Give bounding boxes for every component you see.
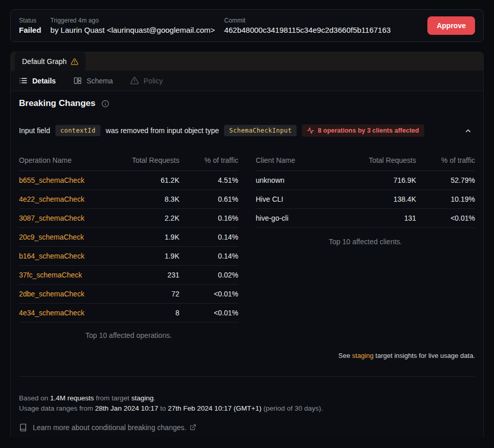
table-row: 20c9_schemaCheck 1.9K 0.14% — [19, 228, 238, 247]
page: Status Failed Triggered 4m ago by Laurin… — [0, 0, 494, 437]
requests-value: 8 — [108, 309, 179, 317]
list-icon — [19, 76, 28, 85]
traffic-value: 4.51% — [179, 176, 238, 184]
tab-schema-label: Schema — [87, 77, 113, 85]
learn-more-row: Learn more about conditional breaking ch… — [19, 423, 475, 432]
traffic-value: <0.01% — [179, 290, 238, 298]
operation-link[interactable]: b655_schemaCheck — [19, 176, 108, 184]
approve-button[interactable]: Approve — [427, 16, 475, 35]
insights-note-pre: See — [338, 352, 352, 359]
change-middle: was removed from input object type — [106, 126, 219, 135]
clients-table-caption: Top 10 affected clients. — [256, 238, 475, 246]
policy-warning-icon — [130, 76, 139, 85]
clients-table-header: Client Name Total Requests % of traffic — [256, 150, 475, 171]
tab-policy-label: Policy — [143, 77, 162, 85]
usage-range-line: Usage data ranges from 28th Jan 2024 10:… — [19, 403, 475, 414]
tab-policy[interactable]: Policy — [130, 76, 162, 85]
operation-link[interactable]: 4e34_schemaCheck — [19, 309, 108, 317]
operation-link[interactable]: b164_schemaCheck — [19, 252, 108, 260]
status-label: Status — [19, 17, 41, 24]
col-pct-traffic: % of traffic — [179, 156, 238, 164]
usage-tables: Operation Name Total Requests % of traff… — [19, 150, 475, 339]
text: from target — [94, 394, 131, 402]
clients-table: Client Name Total Requests % of traffic … — [256, 150, 475, 228]
tab-default-graph[interactable]: Default Graph — [15, 52, 86, 71]
requests-value: 231 — [108, 271, 179, 279]
triggered-by-value: by Laurin Quast <laurinquast@googlemail.… — [50, 26, 215, 34]
col-total-requests: Total Requests — [344, 156, 416, 164]
traffic-value: 0.61% — [179, 195, 238, 203]
traffic-value: 0.14% — [179, 252, 238, 260]
traffic-value: 52.79% — [416, 176, 475, 184]
requests-value: 131 — [344, 214, 416, 222]
traffic-value: 10.19% — [416, 195, 475, 203]
table-row: Hive CLI 138.4K 10.19% — [256, 190, 475, 209]
staging-target-link[interactable]: staging — [352, 352, 374, 359]
tab-details[interactable]: Details — [19, 76, 56, 85]
traffic-value: 0.02% — [179, 271, 238, 279]
table-row: hive-go-cli 131 <0.01% — [256, 209, 475, 228]
schema-columns-icon — [73, 76, 82, 85]
type-code-pill: SchemaCheckInput — [224, 125, 297, 136]
learn-more-link[interactable]: Learn more about conditional breaking ch… — [33, 423, 196, 432]
book-icon — [19, 423, 27, 432]
external-link-icon — [190, 424, 196, 431]
collapse-chevron-up-icon[interactable] — [464, 127, 475, 135]
requests-value: 716.9K — [344, 176, 416, 184]
requests-total: 1.4M requests — [50, 394, 94, 402]
text: to — [158, 404, 168, 412]
table-row: 37fc_schemaCheck 231 0.02% — [19, 266, 238, 285]
range-end: 27th Feb 2024 10:17 (GMT+1) — [168, 404, 261, 412]
traffic-value: <0.01% — [179, 309, 238, 317]
operation-link[interactable]: 4e22_schemaCheck — [19, 195, 108, 203]
details-content: Breaking Changes Input field contextId w… — [11, 98, 483, 432]
insights-note-post: target insights for live usage data. — [374, 352, 475, 359]
operation-link[interactable]: 3087_schemaCheck — [19, 214, 108, 222]
operations-table-block: Operation Name Total Requests % of traff… — [19, 150, 238, 339]
commit-hash: 462b48000c34198115c34e9c2d3660f5b1167163 — [224, 26, 391, 34]
operations-table-caption: Top 10 affected operations. — [19, 331, 238, 339]
table-row: 2dbe_schemaCheck 72 <0.01% — [19, 285, 238, 304]
text: (period of 30 days). — [261, 404, 323, 412]
schema-check-card: Default Graph Details — [10, 52, 484, 437]
operations-table: Operation Name Total Requests % of traff… — [19, 150, 238, 323]
operations-table-header: Operation Name Total Requests % of traff… — [19, 150, 238, 171]
affected-badge-label: 8 operations by 3 clients affected — [318, 127, 419, 134]
view-tabs: Details Schema — [11, 71, 483, 91]
col-pct-traffic: % of traffic — [416, 156, 475, 164]
requests-value: 138.4K — [344, 195, 416, 203]
traffic-value: 0.16% — [179, 214, 238, 222]
operation-link[interactable]: 37fc_schemaCheck — [19, 271, 108, 279]
client-name: Hive CLI — [256, 195, 344, 203]
operation-link[interactable]: 2dbe_schemaCheck — [19, 290, 108, 298]
table-row: 4e22_schemaCheck 8.3K 0.61% — [19, 190, 238, 209]
range-start: 28th Jan 2024 10:17 — [95, 404, 158, 412]
traffic-value: <0.01% — [416, 214, 475, 222]
table-row: b655_schemaCheck 61.2K 4.51% — [19, 171, 238, 190]
breaking-change-row: Input field contextId was removed from i… — [19, 124, 475, 137]
client-name: unknown — [256, 176, 344, 184]
activity-pulse-icon — [307, 127, 314, 134]
text: Based on — [19, 394, 50, 402]
tab-schema[interactable]: Schema — [73, 76, 113, 85]
text: . — [154, 394, 156, 402]
insights-note: See staging target insights for live usa… — [19, 352, 475, 359]
col-total-requests: Total Requests — [108, 156, 179, 164]
traffic-value: 0.14% — [179, 233, 238, 241]
requests-value: 72 — [108, 290, 179, 298]
requests-value: 1.9K — [108, 233, 179, 241]
requests-value: 1.9K — [108, 252, 179, 260]
status-column: Status Failed — [19, 17, 41, 34]
tab-details-label: Details — [32, 77, 56, 85]
table-row: 3087_schemaCheck 2.2K 0.16% — [19, 209, 238, 228]
info-icon[interactable] — [101, 100, 109, 108]
requests-value: 8.3K — [108, 195, 179, 203]
client-name: hive-go-cli — [256, 214, 344, 222]
breaking-changes-title: Breaking Changes — [19, 98, 95, 109]
learn-more-label: Learn more about conditional breaking ch… — [33, 423, 187, 432]
table-row: 4e34_schemaCheck 8 <0.01% — [19, 304, 238, 323]
requests-value: 2.2K — [108, 214, 179, 222]
operation-link[interactable]: 20c9_schemaCheck — [19, 233, 108, 241]
graph-tab-strip: Default Graph — [11, 52, 483, 71]
clients-table-block: Client Name Total Requests % of traffic … — [256, 150, 475, 246]
